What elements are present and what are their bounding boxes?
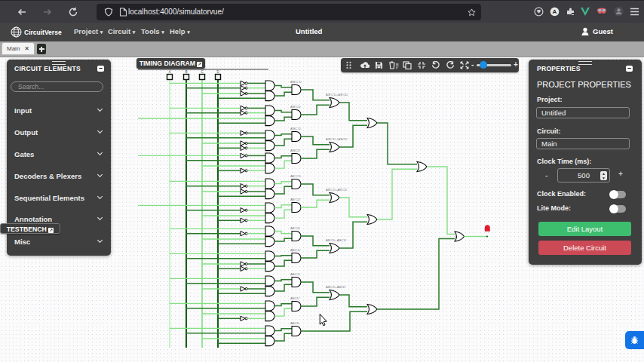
svg-text:A’B’C’D+A’B’CD: A’B’C’D+A’B’CD [326, 93, 348, 97]
svg-text:ABCD: ABCD [290, 321, 299, 325]
svg-text:A’BC’D’: A’BC’D’ [290, 127, 302, 130]
svg-text:A’B’C’D: A’B’C’D [290, 80, 301, 84]
svg-text:D: D [216, 70, 219, 74]
svg-text:A’BC’D’+A’BCD’: A’BC’D’+A’BCD’ [326, 137, 348, 141]
svg-text:AB’C’D+AB’CD’: AB’C’D+AB’CD’ [326, 188, 348, 192]
svg-text:ABC’D’: ABC’D’ [290, 248, 301, 252]
svg-text:C: C [201, 70, 204, 74]
svg-text:AB’CD’: AB’CD’ [290, 198, 301, 201]
svg-text:AB’C’D: AB’C’D [290, 174, 301, 178]
svg-text:A’BCD’: A’BCD’ [290, 149, 301, 152]
svg-text:A: A [168, 70, 170, 74]
svg-text:ABCD’: ABCD’ [290, 296, 300, 300]
svg-text:ABC’D+ABCD’: ABC’D+ABCD’ [326, 285, 346, 289]
svg-text:ABC’D: ABC’D [290, 272, 300, 276]
svg-text:A’B’CD: A’B’CD [290, 105, 301, 109]
svg-text:B: B [185, 70, 187, 74]
svg-text:AB’CD: AB’CD [290, 226, 300, 230]
svg-text:AB’CD+ABC’D’: AB’CD+ABC’D’ [326, 238, 347, 242]
